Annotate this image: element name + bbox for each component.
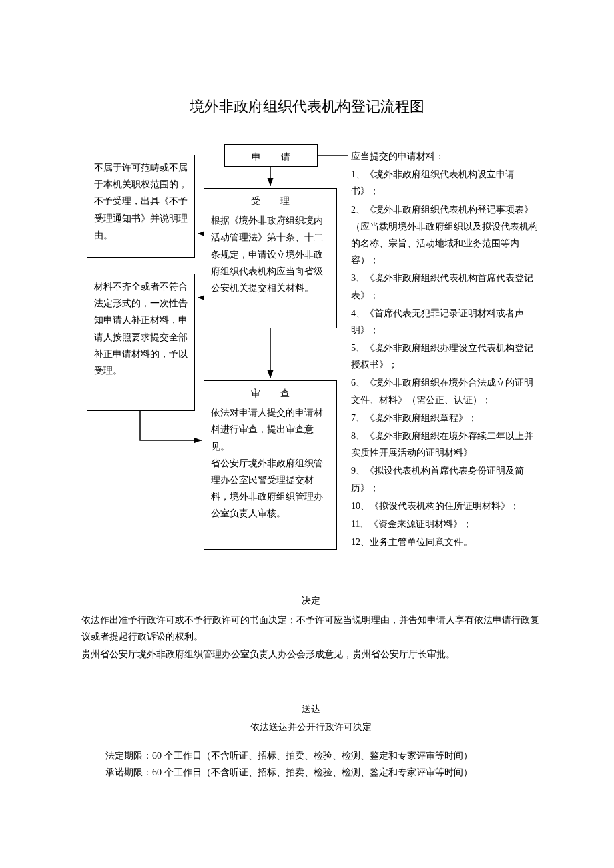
flow-review: 审 查 依法对申请人提交的申请材料进行审查，提出审查意见。 省公安厅境外非政府组… [204, 380, 337, 550]
flow-corrections: 材料不齐全或者不符合法定形式的，一次性告知申请人补正材料，申请人按照要求提交全部… [87, 274, 195, 411]
flow-corrections-text: 材料不齐全或者不符合法定形式的，一次性告知申请人补正材料，申请人按照要求提交全部… [94, 282, 188, 376]
flow-accept-title: 受 理 [211, 193, 330, 209]
deadlines-section: 法定期限：60 个工作日（不含听证、招标、拍卖、检验、检测、鉴定和专家评审等时间… [105, 747, 533, 781]
materials-item: 5、《境外非政府组织办理设立代表机构登记授权书》； [351, 340, 541, 373]
materials-item: 7、《境外非政府组织章程》； [351, 410, 541, 426]
flow-accept: 受 理 根据《境外非政府组织境内活动管理法》第十条、十二条规定，申请设立境外非政… [204, 188, 337, 328]
materials-item: 1、《境外非政府组织代表机构设立申请书》； [351, 166, 541, 199]
flow-apply-title: 申 请 [252, 152, 296, 162]
materials-item: 9、《拟设代表机构首席代表身份证明及简历》； [351, 462, 541, 496]
flow-reject-scope: 不属于许可范畴或不属于本机关职权范围的，不予受理，出具《不予受理通知书》并说明理… [87, 155, 195, 258]
deliver-section: 送达 依法送达并公开行政许可决定 [81, 701, 541, 737]
decision-title: 决定 [81, 592, 541, 609]
deadline-statutory: 法定期限：60 个工作日（不含听证、招标、拍卖、检验、检测、鉴定和专家评审等时间… [105, 747, 533, 764]
materials-item: 8、《境外非政府组织在境外存续二年以上并实质性开展活动的证明材料》 [351, 428, 541, 461]
materials-item: 11、《资金来源证明材料》； [351, 516, 541, 532]
flow-review-title: 审 查 [211, 385, 330, 402]
deliver-title: 送达 [81, 701, 541, 717]
materials-item: 3、《境外非政府组织代表机构首席代表登记表》； [351, 270, 541, 303]
page-title: 境外非政府组织代表机构登记流程图 [0, 93, 614, 120]
flow-apply: 申 请 [224, 144, 318, 167]
materials-item: 4、《首席代表无犯罪记录证明材料或者声明》； [351, 305, 541, 338]
flow-reject-scope-text: 不属于许可范畴或不属于本机关职权范围的，不予受理，出具《不予受理通知书》并说明理… [94, 163, 188, 240]
decision-body1: 依法作出准予行政许可或不予行政许可的书面决定；不予许可应当说明理由，并告知申请人… [81, 612, 541, 645]
materials-item: 6、《境外非政府组织在境外合法成立的证明文件、材料》（需公正、认证）； [351, 374, 541, 408]
materials-item: 10、《拟设代表机构的住所证明材料》； [351, 498, 541, 514]
decision-section: 决定 依法作出准予行政许可或不予行政许可的书面决定；不予许可应当说明理由，并告知… [81, 592, 541, 663]
materials-list: 应当提交的申请材料： 1、《境外非政府组织代表机构设立申请书》； 2、《境外非政… [351, 148, 541, 552]
decision-body2: 贵州省公安厅境外非政府组织管理办公室负责人办公会形成意见，贵州省公安厅厅长审批。 [81, 646, 541, 663]
deadline-commitment: 承诺期限：60 个工作日（不含听证、招标、拍卖、检验、检测、鉴定和专家评审等时间… [105, 764, 533, 781]
materials-item: 12、业务主管单位同意文件。 [351, 534, 541, 550]
materials-header: 应当提交的申请材料： [351, 148, 541, 165]
deliver-body: 依法送达并公开行政许可决定 [81, 719, 541, 735]
flow-review-body: 依法对申请人提交的申请材料进行审查，提出审查意见。 省公安厅境外非政府组织管理办… [211, 404, 330, 522]
materials-item: 2、《境外非政府组织代表机构登记事项表》（应当载明境外非政府组织以及拟设代表机构… [351, 201, 541, 269]
flow-accept-body: 根据《境外非政府组织境内活动管理法》第十条、十二条规定，申请设立境外非政府组织代… [211, 212, 330, 296]
